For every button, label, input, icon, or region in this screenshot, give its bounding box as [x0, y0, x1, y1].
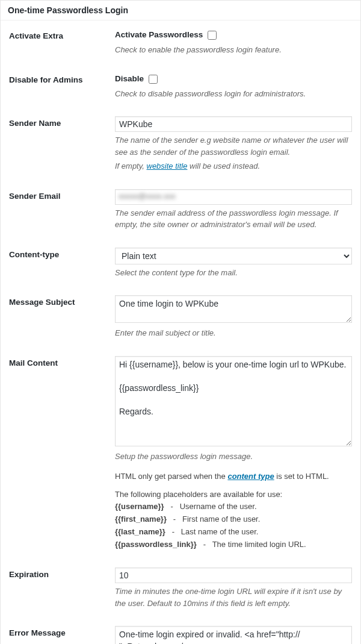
expiration-desc: Time in minutes the one-time login URL w…	[115, 586, 352, 609]
error-msg-textarea[interactable]	[115, 626, 352, 644]
activate-cb-label: Activate Passwordless	[115, 30, 203, 39]
expiration-input[interactable]	[115, 567, 352, 583]
activate-label: Activate Extra	[1, 20, 115, 64]
mail-content-desc: Setup the passwordless login message.	[115, 451, 352, 463]
sender-name-input[interactable]	[115, 116, 352, 132]
content-type-select[interactable]: Plain text	[115, 248, 352, 264]
subject-label: Message Subject	[1, 287, 115, 348]
content-type-label: Content-type	[1, 239, 115, 287]
activate-desc: Check to enable the passwordless login f…	[115, 44, 352, 56]
subject-textarea[interactable]	[115, 295, 352, 323]
panel-header: One-time Passwordless Login	[1, 1, 360, 20]
html-parse-note: HTML only get parsed when the content ty…	[115, 470, 352, 483]
placeholders-block: The following placeholders are available…	[115, 489, 352, 551]
panel-title: One-time Passwordless Login	[8, 5, 353, 15]
ph-username: {{username}}	[115, 502, 164, 511]
content-type-desc: Select the content type for the mail.	[115, 267, 352, 279]
disable-cb-label: Disable	[115, 74, 144, 83]
ph-link: {{passwordless_link}}	[115, 540, 197, 549]
settings-panel: One-time Passwordless Login Activate Ext…	[0, 0, 361, 644]
expiration-label: Expiration	[1, 559, 115, 617]
activate-checkbox[interactable]	[208, 31, 217, 40]
mail-content-textarea[interactable]	[115, 356, 352, 446]
sender-name-label: Sender Name	[1, 108, 115, 181]
disable-admins-desc: Check to disable passwordless login for …	[115, 88, 352, 100]
website-title-link[interactable]: website title	[147, 161, 188, 170]
disable-admins-checkbox[interactable]	[149, 75, 158, 84]
sender-email-label: Sender Email	[1, 181, 115, 239]
mail-content-label: Mail Content	[1, 348, 115, 560]
sender-name-desc1: The name of the sender e.g website name …	[115, 134, 352, 158]
sender-email-blurred-value: xxxxx@xxxx.xxx	[119, 192, 176, 201]
ph-lastname: {{last_name}}	[115, 527, 165, 536]
ph-firstname: {{first_name}}	[115, 514, 167, 524]
error-msg-label: Error Message	[1, 617, 115, 644]
disable-admins-label: Disable for Admins	[1, 64, 115, 108]
content-type-link[interactable]: content type	[227, 472, 274, 481]
sender-name-desc2: If empty, website title will be used ins…	[115, 160, 352, 172]
sender-email-desc: The sender email address of the password…	[115, 207, 352, 231]
subject-desc: Enter the mail subject or title.	[115, 327, 352, 339]
form-table: Activate Extra Activate Passwordless Che…	[1, 20, 360, 644]
